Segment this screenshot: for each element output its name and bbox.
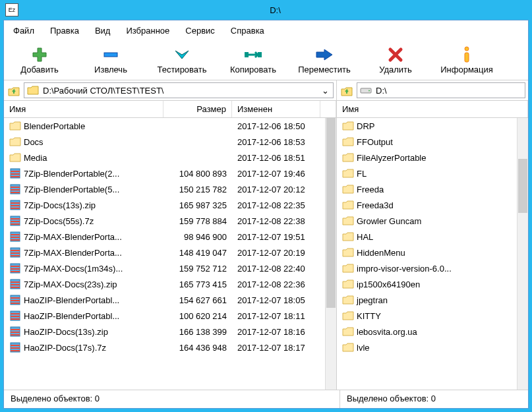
archive-icon <box>9 231 21 243</box>
archive-icon <box>9 199 21 211</box>
table-row[interactable]: 7Zip-MAX-Docs(1m34s)...159 752 7122017-1… <box>4 260 325 276</box>
table-row[interactable]: KITTY <box>337 308 517 324</box>
file-size: 164 436 948 <box>163 343 232 353</box>
left-path-input[interactable]: D:\Рабочий СТОЛ\TEST\TEST\ ⌄ <box>24 82 334 98</box>
table-row[interactable]: BlenderPortable2017-12-06 18:502 <box>4 118 325 134</box>
file-name: Docs <box>24 137 44 147</box>
menu-edit[interactable]: Правка <box>42 23 87 38</box>
archive-icon <box>9 183 21 195</box>
table-row[interactable]: Media2017-12-06 18:512 <box>4 150 325 165</box>
folder-icon <box>9 120 21 132</box>
file-name: 7Zip-BlenderPortable(2... <box>24 169 119 179</box>
svg-rect-6 <box>11 176 20 177</box>
right-path-input[interactable]: D:\ <box>357 82 525 98</box>
table-row[interactable]: 7Zip-MAX-BlenderPorta...148 419 0472017-… <box>4 245 325 260</box>
file-name: HAL <box>357 232 373 242</box>
left-path-bar: D:\Рабочий СТОЛ\TEST\TEST\ ⌄ <box>4 80 336 100</box>
table-row[interactable]: HaoZIP-BlenderPortabl...154 627 6612017-… <box>4 292 325 308</box>
svg-rect-25 <box>11 252 20 254</box>
table-row[interactable]: 7Zip-BlenderPortable(5...150 215 7822017… <box>4 181 325 197</box>
plus-icon <box>29 46 50 63</box>
left-columns: Имя Размер Изменен <box>4 100 336 118</box>
titlebar[interactable]: Ez D:\ <box>0 0 532 20</box>
file-modified: 2017-12-08 22:35 <box>232 200 320 210</box>
menu-view[interactable]: Вид <box>87 23 119 38</box>
file-size: 100 620 214 <box>163 311 232 321</box>
table-row[interactable]: lvle <box>337 339 517 355</box>
x-icon <box>385 46 406 63</box>
svg-rect-44 <box>11 329 20 330</box>
chevron-down-icon[interactable]: ⌄ <box>320 86 330 96</box>
table-row[interactable]: HaoZIP-Docs(17s).7z164 436 9482017-12-07… <box>4 339 325 355</box>
col-modified[interactable]: Изменен <box>232 101 320 117</box>
right-file-list[interactable]: DRPFFOutputFileAlyzerPortableFLFreedaFre… <box>337 118 517 390</box>
info-button[interactable]: Информация <box>431 44 502 77</box>
add-button[interactable]: Добавить <box>4 44 75 77</box>
check-icon <box>171 46 192 63</box>
test-button[interactable]: Тестировать <box>146 44 218 77</box>
file-size: 165 987 325 <box>163 200 232 210</box>
folder-icon <box>342 136 354 148</box>
extract-button[interactable]: Извлечь <box>75 44 146 77</box>
archive-icon <box>9 310 21 322</box>
file-modified: 2017-12-06 18:51 <box>232 153 320 163</box>
table-row[interactable]: 7Zip-Docs(55s).7z159 778 8842017-12-08 2… <box>4 213 325 229</box>
scrollbar-thumb[interactable] <box>326 118 336 308</box>
app-window: Ez D:\ Файл Правка Вид Избранное Сервис … <box>0 0 532 412</box>
file-name: HaoZIP-BlenderPortabl... <box>24 311 119 321</box>
table-row[interactable]: impro-visor-version-6.0... <box>337 260 517 276</box>
table-row[interactable]: Docs2017-12-06 18:532 <box>4 134 325 150</box>
file-extra: 2 <box>320 200 325 210</box>
table-row[interactable]: FL <box>337 165 517 181</box>
table-row[interactable]: HiddenMenu <box>337 245 517 260</box>
file-name: 7Zip-MAX-BlenderPorta... <box>24 248 122 258</box>
file-modified: 2017-12-07 19:46 <box>232 169 320 179</box>
menu-file[interactable]: Файл <box>5 23 42 38</box>
table-row[interactable]: lebosvita.org.ua <box>337 324 517 339</box>
file-extra: 2 <box>320 248 325 258</box>
file-extra: 2 <box>320 169 325 179</box>
move-button[interactable]: Переместить <box>289 44 360 77</box>
folder-icon <box>342 231 354 243</box>
left-file-list[interactable]: BlenderPortable2017-12-06 18:502Docs2017… <box>4 118 325 390</box>
table-row[interactable]: 7Zip-BlenderPortable(2...104 800 8932017… <box>4 165 325 181</box>
table-row[interactable]: HaoZIP-Docs(13s).zip166 138 3992017-12-0… <box>4 324 325 339</box>
menu-tools[interactable]: Сервис <box>177 23 223 38</box>
col-name[interactable]: Имя <box>4 101 163 117</box>
file-extra: 2 <box>320 153 325 163</box>
table-row[interactable]: 7Zip-MAX-BlenderPorta...98 946 9002017-1… <box>4 229 325 245</box>
file-modified: 2017-12-07 18:16 <box>232 327 320 337</box>
copy-button[interactable]: Копировать <box>218 44 289 77</box>
table-row[interactable]: Freeda <box>337 181 517 197</box>
svg-rect-38 <box>11 303 20 304</box>
up-icon[interactable] <box>340 83 354 98</box>
file-extra: 2 <box>320 264 325 274</box>
up-icon[interactable] <box>7 83 21 98</box>
folder-icon <box>27 84 39 96</box>
right-scrollbar[interactable] <box>517 118 528 390</box>
table-row[interactable]: ip1500x64190en <box>337 276 517 292</box>
col-extra[interactable] <box>320 101 336 117</box>
table-row[interactable]: FFOutput <box>337 134 517 150</box>
table-row[interactable]: FileAlyzerPortable <box>337 150 517 165</box>
table-row[interactable]: HAL <box>337 229 517 245</box>
delete-button[interactable]: Удалить <box>360 44 431 77</box>
file-modified: 2017-12-07 20:12 <box>232 185 320 194</box>
archive-icon <box>9 262 21 274</box>
file-size: 148 419 047 <box>163 248 232 258</box>
menu-help[interactable]: Справка <box>223 23 272 38</box>
left-scrollbar[interactable] <box>325 118 336 390</box>
table-row[interactable]: DRP <box>337 118 517 134</box>
table-row[interactable]: jpegtran <box>337 292 517 308</box>
table-row[interactable]: Growler Guncam <box>337 213 517 229</box>
col-size[interactable]: Размер <box>163 101 232 117</box>
folder-icon <box>342 167 354 179</box>
table-row[interactable]: 7Zip-MAX-Docs(23s).zip165 773 4152017-12… <box>4 276 325 292</box>
table-row[interactable]: HaoZIP-BlenderPortabl...100 620 2142017-… <box>4 308 325 324</box>
table-row[interactable]: 7Zip-Docs(13s).zip165 987 3252017-12-08 … <box>4 197 325 213</box>
file-extra: 2 <box>320 185 325 194</box>
table-row[interactable]: Freeda3d <box>337 197 517 213</box>
col-name[interactable]: Имя <box>337 101 528 117</box>
menu-favorites[interactable]: Избранное <box>118 23 177 38</box>
scrollbar-thumb[interactable] <box>518 159 527 213</box>
